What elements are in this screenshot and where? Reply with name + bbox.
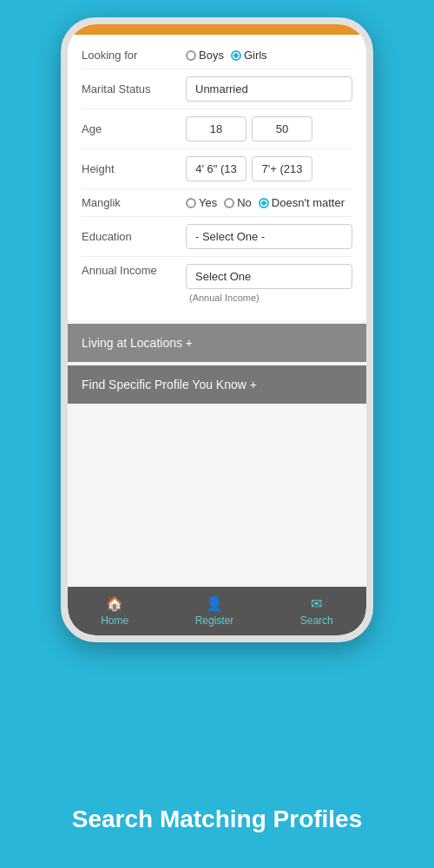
annual-income-row: Annual Income Select One (Annual Income) (82, 257, 352, 310)
marital-status-field: Unmarried (186, 76, 352, 102)
height-fields: 4' 6" (13 7'+ (213 (186, 156, 352, 181)
marital-status-label: Marital Status (82, 82, 186, 95)
age-label: Age (82, 122, 186, 135)
education-label: Education (82, 230, 186, 243)
yes-label: Yes (199, 196, 217, 209)
looking-for-options: Boys Girls (186, 49, 352, 62)
marital-status-row: Marital Status Unmarried (82, 69, 352, 109)
living-at-section[interactable]: Living at Locations + (68, 324, 366, 362)
doesnt-matter-label: Doesn't matter (272, 196, 345, 209)
scrollable-content: Looking for Boys Girls (68, 35, 366, 587)
boys-label: Boys (199, 49, 224, 62)
manglik-label: Manglik (82, 196, 186, 209)
yes-radio[interactable] (186, 198, 196, 208)
age-from[interactable]: 18 (186, 116, 247, 141)
boys-radio[interactable] (186, 50, 196, 61)
height-from[interactable]: 4' 6" (13 (186, 156, 247, 181)
education-field: - Select One - (186, 224, 352, 249)
orange-top-bar (68, 24, 366, 35)
nav-register[interactable]: 👤 Register (195, 595, 234, 627)
bottom-nav: 🏠 Home 👤 Register ✉ Search (68, 587, 366, 635)
page-title: Search Matching Profiles (0, 806, 434, 833)
manglik-yes[interactable]: Yes (186, 196, 217, 209)
register-label: Register (195, 615, 234, 627)
search-icon: ✉ (311, 595, 322, 612)
home-label: Home (101, 615, 128, 627)
search-label: Search (300, 615, 333, 627)
phone-shell: Looking for Boys Girls (61, 17, 373, 642)
form-area: Looking for Boys Girls (68, 35, 366, 320)
education-value[interactable]: - Select One - (186, 224, 352, 249)
girls-option[interactable]: Girls (231, 49, 267, 62)
annual-income-subtext: (Annual Income) (186, 293, 352, 303)
nav-search[interactable]: ✉ Search (300, 595, 333, 627)
content-wrapper: Looking for Boys Girls (68, 35, 366, 635)
education-row: Education - Select One - (82, 217, 352, 257)
annual-income-field: Select One (Annual Income) (186, 264, 352, 303)
height-label: Height (82, 162, 186, 175)
annual-income-value[interactable]: Select One (186, 264, 352, 289)
register-icon: 👤 (206, 595, 223, 612)
home-icon: 🏠 (106, 595, 123, 612)
find-specific-label: Find Specific Profile You Know + (82, 378, 257, 391)
background: Looking for Boys Girls (0, 0, 434, 868)
find-specific-section[interactable]: Find Specific Profile You Know + (68, 365, 366, 404)
girls-label: Girls (244, 49, 267, 62)
height-to[interactable]: 7'+ (213 (252, 156, 312, 181)
no-radio[interactable] (224, 198, 234, 208)
doesnt-matter-radio[interactable] (259, 198, 269, 208)
age-fields: 18 50 (186, 116, 352, 141)
nav-home[interactable]: 🏠 Home (101, 595, 128, 627)
girls-radio[interactable] (231, 50, 241, 61)
living-at-label: Living at Locations + (82, 336, 193, 350)
age-row: Age 18 50 (82, 109, 352, 149)
no-label: No (237, 196, 252, 209)
looking-for-row: Looking for Boys Girls (82, 42, 352, 69)
height-row: Height 4' 6" (13 7'+ (213 (82, 149, 352, 189)
annual-income-label: Annual Income (82, 264, 186, 277)
manglik-no[interactable]: No (224, 196, 252, 209)
marital-status-value[interactable]: Unmarried (186, 76, 352, 102)
manglik-options: Yes No Doesn't matter (186, 196, 352, 209)
age-to[interactable]: 50 (252, 116, 312, 141)
boys-option[interactable]: Boys (186, 49, 224, 62)
phone-screen: Looking for Boys Girls (68, 24, 366, 635)
manglik-row: Manglik Yes No (82, 189, 352, 217)
manglik-doesnt-matter[interactable]: Doesn't matter (259, 196, 345, 209)
looking-for-label: Looking for (82, 49, 186, 62)
